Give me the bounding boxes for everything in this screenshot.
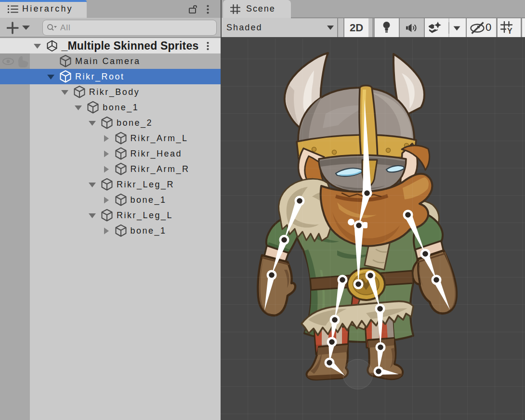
svg-text:Y: Y [507,27,512,35]
